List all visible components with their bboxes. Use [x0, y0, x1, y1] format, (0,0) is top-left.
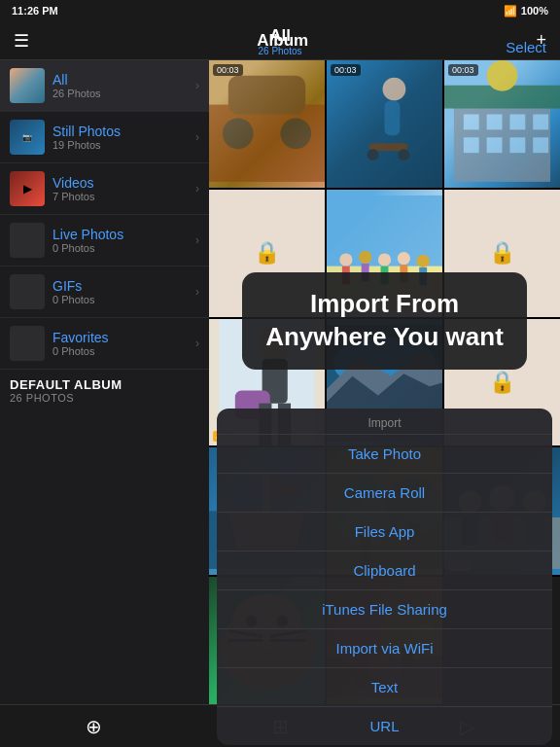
- grid-cell-4[interactable]: 🔒: [209, 190, 325, 317]
- sidebar-name-favorites: Favorites: [52, 330, 195, 345]
- grid-cell-2[interactable]: 00:03: [327, 60, 442, 188]
- svg-point-3: [280, 118, 311, 149]
- import-take-photo[interactable]: Take Photo: [217, 435, 552, 474]
- svg-rect-29: [400, 265, 407, 283]
- grid-cell-3[interactable]: 00:03: [444, 60, 560, 188]
- sidebar-thumb-still: 📷: [10, 120, 45, 155]
- import-header: Import: [217, 409, 552, 435]
- sidebar-count-favorites: 0 Photos: [52, 345, 195, 357]
- svg-point-24: [359, 251, 371, 264]
- default-album-title: Default Album: [10, 377, 199, 392]
- chevron-icon-still: ›: [195, 130, 199, 144]
- import-text[interactable]: Text: [217, 668, 552, 707]
- sidebar-name-still: Still Photos: [52, 124, 195, 139]
- sidebar-item-all[interactable]: All 26 Photos ›: [0, 60, 209, 112]
- sidebar-item-gifs[interactable]: GIFs 0 Photos ›: [0, 267, 209, 318]
- svg-point-19: [487, 60, 518, 91]
- import-clipboard[interactable]: Clipboard: [217, 551, 552, 590]
- import-wifi[interactable]: Import via WiFi: [217, 629, 552, 668]
- sidebar-thumb-video: ▶: [10, 171, 45, 206]
- sidebar-item-live[interactable]: Live Photos 0 Photos ›: [0, 215, 209, 267]
- svg-point-4: [383, 78, 406, 101]
- svg-point-26: [378, 253, 391, 266]
- chevron-icon-live: ›: [195, 233, 199, 247]
- svg-rect-13: [533, 114, 548, 129]
- lock-icon-4: 🔒: [254, 240, 280, 266]
- svg-point-33: [259, 327, 291, 359]
- import-files-app[interactable]: Files App: [217, 513, 552, 551]
- import-url[interactable]: URL: [217, 707, 552, 745]
- status-bar: 11:26 PM 📶 100%: [0, 0, 560, 21]
- chevron-icon: ›: [195, 79, 199, 92]
- chevron-icon-gifs: ›: [195, 285, 199, 299]
- svg-rect-16: [509, 137, 525, 153]
- svg-rect-5: [385, 101, 401, 136]
- svg-point-7: [368, 149, 379, 160]
- sidebar-count-live: 0 Photos: [52, 242, 195, 254]
- svg-rect-11: [487, 114, 503, 129]
- sidebar-name-gifs: GIFs: [52, 278, 195, 294]
- sidebar-name-live: Live Photos: [52, 227, 195, 242]
- sidebar-item-favorites[interactable]: Favorites 0 Photos ›: [0, 318, 209, 370]
- sidebar-name-all: All: [52, 72, 195, 88]
- sidebar-count-all: 26 Photos: [52, 88, 195, 99]
- import-itunes[interactable]: iTunes File Sharing: [217, 590, 552, 629]
- svg-point-30: [417, 255, 430, 267]
- sidebar-item-videos[interactable]: ▶ Videos 7 Photos ›: [0, 163, 209, 215]
- grid-cell-6[interactable]: 🔒: [444, 190, 560, 317]
- chevron-icon-favorites: ›: [195, 337, 199, 350]
- default-album-label: Default Album 26 Photos: [0, 370, 209, 408]
- all-title: All: [269, 26, 291, 46]
- svg-rect-1: [228, 76, 305, 115]
- select-button[interactable]: Select: [506, 39, 546, 55]
- svg-rect-27: [381, 266, 389, 284]
- svg-rect-10: [464, 114, 479, 129]
- svg-rect-31: [419, 267, 427, 286]
- sidebar-count-gifs: 0 Photos: [52, 294, 195, 305]
- sidebar-count-videos: 7 Photos: [52, 191, 195, 202]
- grid-cell-5[interactable]: JPG: [327, 190, 442, 317]
- svg-point-2: [223, 118, 254, 149]
- import-menu: Import Take Photo Camera Roll Files App …: [217, 409, 552, 745]
- svg-rect-15: [487, 137, 503, 153]
- sidebar-count-still: 19 Photos: [52, 139, 195, 151]
- all-count: 26 Photos: [258, 46, 301, 56]
- svg-point-28: [398, 252, 410, 265]
- sidebar-thumb-all: [10, 68, 45, 103]
- svg-rect-25: [362, 264, 369, 282]
- status-time: 11:26 PM: [12, 5, 58, 17]
- toolbar-add-button[interactable]: ⊕: [66, 715, 122, 738]
- svg-rect-17: [533, 137, 548, 153]
- sidebar-name-videos: Videos: [52, 175, 195, 191]
- svg-rect-14: [464, 137, 479, 153]
- sidebar: All 26 Photos › 📷 Still Photos 19 Photos…: [0, 60, 209, 704]
- svg-point-22: [339, 253, 352, 266]
- lock-icon-9: 🔒: [489, 370, 515, 395]
- lock-icon-6: 🔒: [489, 240, 515, 266]
- svg-rect-23: [342, 266, 350, 284]
- import-camera-roll[interactable]: Camera Roll: [217, 474, 552, 513]
- default-album-count: 26 Photos: [10, 392, 199, 404]
- svg-rect-12: [509, 114, 525, 129]
- wifi-icon: 📶: [504, 5, 517, 18]
- chevron-icon-videos: ›: [195, 182, 199, 196]
- grid-cell-1[interactable]: 00:03: [209, 60, 325, 188]
- menu-icon[interactable]: ☰: [14, 30, 29, 52]
- sidebar-thumb-fav: [10, 326, 45, 361]
- sidebar-thumb-live: [10, 223, 45, 258]
- sidebar-thumb-gif: [10, 274, 45, 309]
- sidebar-item-still[interactable]: 📷 Still Photos 19 Photos ›: [0, 112, 209, 163]
- battery-label: 100%: [521, 5, 548, 17]
- all-header: All 26 Photos: [258, 21, 301, 60]
- svg-point-8: [398, 149, 409, 160]
